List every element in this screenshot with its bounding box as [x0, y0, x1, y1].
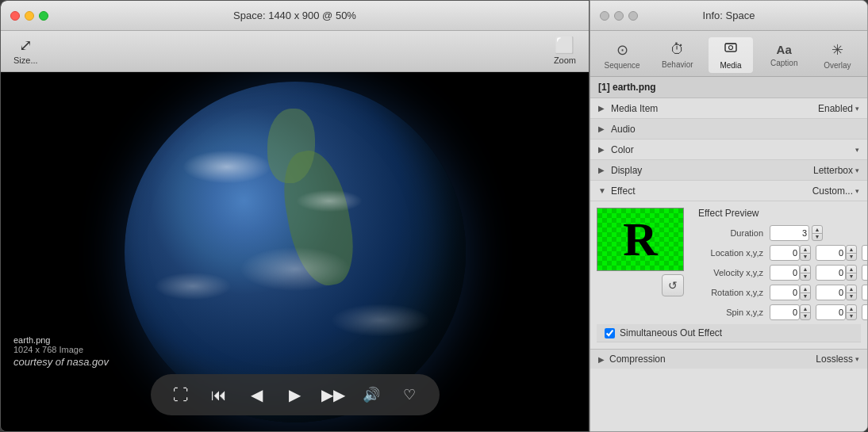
- viewer-maximize-button[interactable]: [39, 11, 48, 21]
- effect-row: ▼ Effect Custom... ▾: [590, 181, 867, 201]
- compression-row: ▶ Compression Lossless ▾: [590, 349, 867, 369]
- tab-behavior[interactable]: ⏱ Behavior: [655, 38, 700, 72]
- volume-button[interactable]: 🔊: [360, 384, 382, 406]
- velocity-y-stepper[interactable]: ▲ ▼: [846, 265, 857, 281]
- sequence-icon: ⊙: [616, 41, 628, 59]
- velocity-x-down[interactable]: ▼: [801, 273, 810, 281]
- location-z-input[interactable]: [862, 245, 867, 261]
- spin-row: Spin x,y,z ▲ ▼: [698, 304, 867, 320]
- rotation-xyz: ▲ ▼ ▲ ▼: [770, 285, 867, 300]
- image-credit: courtesy of nasa.gov: [13, 356, 109, 368]
- size-button[interactable]: ⤢ Size...: [13, 37, 38, 65]
- display-value-text: Letterbox: [813, 165, 853, 176]
- velocity-x-up[interactable]: ▲: [801, 266, 810, 273]
- rotation-y-input[interactable]: [816, 285, 846, 300]
- duration-up[interactable]: ▲: [812, 226, 822, 234]
- spin-x-group: ▲ ▼: [770, 304, 811, 320]
- velocity-y-group: ▲ ▼: [816, 265, 857, 281]
- heart-icon: ♡: [403, 386, 416, 403]
- location-x-down[interactable]: ▼: [801, 254, 810, 261]
- location-x-input[interactable]: [770, 245, 800, 261]
- tab-media-label: Media: [720, 61, 741, 70]
- rotation-x-input[interactable]: [770, 285, 800, 300]
- spin-x-up[interactable]: ▲: [801, 305, 810, 313]
- media-filename: [1] earth.png: [598, 82, 656, 93]
- simultaneous-out-checkbox[interactable]: [605, 328, 615, 338]
- effect-value[interactable]: Custom... ▾: [812, 185, 859, 197]
- media-section-header: [1] earth.png: [590, 77, 867, 98]
- effect-label: Effect: [609, 185, 812, 197]
- location-x-up[interactable]: ▲: [801, 246, 810, 254]
- rotation-x-down[interactable]: ▼: [801, 293, 810, 300]
- duration-stepper[interactable]: ▲ ▼: [812, 225, 823, 241]
- previous-button[interactable]: ◀: [246, 384, 268, 406]
- location-z-group: ▲ ▼: [862, 245, 867, 261]
- audio-disclosure[interactable]: ▶: [598, 124, 609, 133]
- spin-y-down[interactable]: ▼: [847, 313, 856, 320]
- location-y-input[interactable]: [816, 245, 846, 261]
- effect-preview-container: R ↺: [597, 208, 684, 296]
- display-value[interactable]: Letterbox ▾: [813, 165, 859, 176]
- effect-disclosure[interactable]: ▼: [598, 186, 609, 195]
- compression-disclosure[interactable]: ▶: [598, 355, 609, 364]
- tab-media[interactable]: Media: [709, 37, 753, 73]
- location-y-stepper[interactable]: ▲ ▼: [846, 245, 857, 261]
- velocity-y-input[interactable]: [816, 265, 846, 281]
- rotation-x-up[interactable]: ▲: [801, 285, 810, 293]
- velocity-x-stepper[interactable]: ▲ ▼: [800, 265, 811, 281]
- media-item-disclosure[interactable]: ▶: [598, 104, 609, 113]
- rotation-z-input[interactable]: [862, 285, 867, 300]
- viewer-minimize-button[interactable]: [25, 11, 34, 21]
- spin-y-input[interactable]: [816, 304, 846, 320]
- duration-input[interactable]: [770, 225, 809, 241]
- color-value[interactable]: ▾: [855, 146, 859, 154]
- viewer-title-bar: Space: 1440 x 900 @ 50%: [1, 1, 589, 31]
- media-item-value[interactable]: Enabled ▾: [818, 103, 859, 114]
- volume-icon: 🔊: [363, 386, 380, 403]
- duration-label: Duration: [698, 228, 770, 238]
- info-maximize-button: [628, 11, 638, 21]
- skip-to-start-button[interactable]: ⏮: [208, 384, 230, 406]
- refresh-icon: ↺: [668, 279, 678, 292]
- spin-x-down[interactable]: ▼: [801, 313, 810, 320]
- color-disclosure[interactable]: ▶: [598, 145, 609, 154]
- spin-y-stepper[interactable]: ▲ ▼: [846, 304, 857, 320]
- velocity-z-input[interactable]: [862, 265, 867, 281]
- location-x-group: ▲ ▼: [770, 245, 811, 261]
- tab-caption[interactable]: Aa Caption: [762, 40, 806, 71]
- rotation-y-down[interactable]: ▼: [847, 293, 856, 300]
- fullscreen-button[interactable]: ⛶: [170, 384, 192, 406]
- location-y-up[interactable]: ▲: [847, 246, 856, 254]
- tab-sequence[interactable]: ⊙ Sequence: [598, 38, 647, 73]
- rotation-y-stepper[interactable]: ▲ ▼: [846, 285, 857, 300]
- viewer-canvas: earth.png 1024 x 768 Image courtesy of n…: [1, 72, 589, 431]
- spin-y-up[interactable]: ▲: [847, 305, 856, 313]
- compression-value[interactable]: Lossless ▾: [816, 354, 859, 365]
- rotation-x-stepper[interactable]: ▲ ▼: [800, 285, 811, 300]
- rotation-row: Rotation x,y,z ▲ ▼: [698, 285, 867, 300]
- display-disclosure[interactable]: ▶: [598, 166, 609, 174]
- spin-x-input[interactable]: [770, 304, 800, 320]
- viewer-close-button[interactable]: [10, 11, 20, 21]
- zoom-button[interactable]: ⬜ Zoom: [554, 37, 576, 65]
- refresh-preview-button[interactable]: ↺: [662, 274, 684, 296]
- viewer-traffic-lights: [10, 11, 48, 21]
- zoom-icon: ⬜: [555, 37, 574, 53]
- duration-down[interactable]: ▼: [812, 234, 822, 241]
- spin-z-input[interactable]: [862, 304, 867, 320]
- location-y-down[interactable]: ▼: [847, 254, 856, 261]
- velocity-x-input[interactable]: [770, 265, 800, 281]
- velocity-y-up[interactable]: ▲: [847, 266, 856, 273]
- main-viewer-window: Space: 1440 x 900 @ 50% ⤢ Size... ⬜ Zoom…: [0, 0, 590, 432]
- location-row: Location x,y,z ▲ ▼: [698, 245, 867, 261]
- play-button[interactable]: ▶: [284, 384, 306, 406]
- favorite-button[interactable]: ♡: [398, 384, 421, 406]
- next-button[interactable]: ▶▶: [322, 384, 344, 406]
- location-x-stepper[interactable]: ▲ ▼: [800, 245, 811, 261]
- rotation-y-group: ▲ ▼: [816, 285, 857, 300]
- resize-icon: ⤢: [19, 37, 33, 53]
- rotation-y-up[interactable]: ▲: [847, 285, 856, 293]
- spin-x-stepper[interactable]: ▲ ▼: [800, 304, 811, 320]
- tab-overlay[interactable]: ✳ Overlay: [815, 38, 859, 73]
- velocity-y-down[interactable]: ▼: [847, 273, 856, 281]
